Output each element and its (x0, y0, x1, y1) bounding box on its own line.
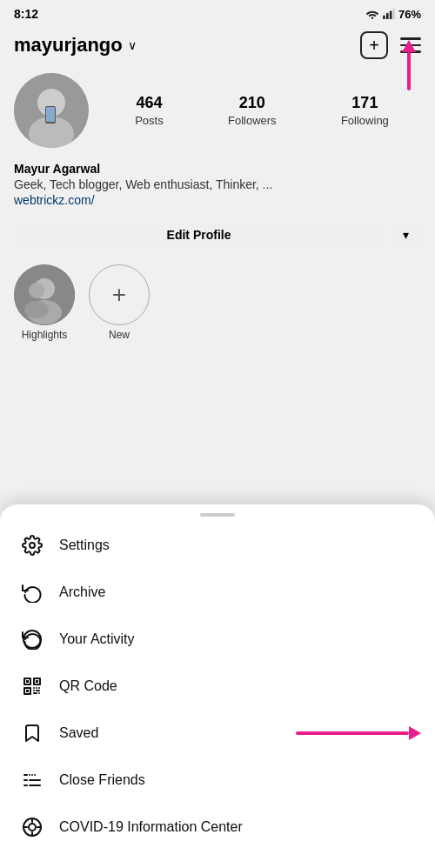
avatar[interactable] (14, 73, 89, 148)
qrcode-icon (21, 675, 44, 698)
highlight-item-1[interactable]: + New (89, 264, 150, 341)
svg-rect-22 (26, 690, 29, 692)
highlights-row: Highlights + New (0, 257, 435, 350)
svg-point-13 (29, 283, 44, 298)
bio-link[interactable]: webtrickz.com/ (14, 193, 421, 207)
saved-label: Saved (59, 725, 98, 741)
add-highlight-icon: + (112, 281, 126, 309)
battery-text: 76% (398, 8, 421, 21)
hamburger-line-1 (400, 37, 421, 40)
profile-dropdown-button[interactable]: ▾ (391, 221, 421, 249)
username-row[interactable]: mayurjango ∨ (14, 34, 137, 57)
settings-icon (21, 534, 44, 557)
stats-container: 464 Posts 210 Followers 171 Following (103, 94, 421, 128)
bio-name: Mayur Agarwal (14, 162, 421, 176)
followers-label: Followers (228, 114, 277, 127)
hamburger-menu-button[interactable] (400, 37, 421, 53)
bio-text: Geek, Tech blogger, Web enthusiast, Thin… (14, 177, 421, 191)
arrow-to-saved (296, 726, 421, 740)
svg-rect-9 (46, 107, 55, 122)
archive-label: Archive (59, 584, 105, 600)
menu-item-activity[interactable]: Your Activity (0, 616, 435, 663)
avatar-image (14, 73, 89, 148)
followers-count: 210 (228, 94, 277, 112)
archive-icon (21, 581, 44, 604)
posts-label: Posts (135, 114, 164, 127)
following-count: 171 (341, 94, 389, 112)
svg-point-35 (34, 774, 36, 776)
menu-item-settings[interactable]: Settings (0, 522, 435, 569)
highlight-label-1: New (109, 329, 130, 341)
settings-label: Settings (59, 537, 110, 553)
bottom-sheet-handle (200, 513, 235, 517)
dropdown-icon: ▾ (403, 228, 409, 242)
covid-icon (21, 816, 44, 838)
following-label: Following (341, 114, 389, 127)
wifi-icon (365, 9, 379, 19)
status-icons: 76% (365, 8, 421, 21)
hamburger-line-2 (400, 44, 421, 47)
posts-stat[interactable]: 464 Posts (135, 94, 164, 128)
svg-point-15 (30, 543, 35, 548)
add-icon: + (369, 36, 379, 56)
svg-point-33 (29, 774, 30, 776)
menu-item-closefriends[interactable]: Close Friends (0, 757, 435, 804)
svg-rect-1 (383, 16, 385, 19)
svg-rect-4 (393, 9, 395, 19)
menu-item-archive[interactable]: Archive (0, 569, 435, 616)
highlight-item-0[interactable]: Highlights (14, 264, 75, 341)
status-bar: 8:12 76% (0, 0, 435, 24)
svg-point-34 (31, 774, 33, 776)
signal-icon (383, 9, 395, 19)
activity-label: Your Activity (59, 631, 135, 647)
svg-point-39 (29, 824, 36, 831)
edit-profile-row: Edit Profile ▾ (0, 216, 435, 257)
svg-rect-3 (390, 11, 392, 19)
highlight-circle-0 (14, 264, 75, 325)
highlight-image-0 (14, 264, 75, 325)
svg-rect-20 (26, 680, 29, 683)
qrcode-label: QR Code (59, 678, 117, 694)
following-stat[interactable]: 171 Following (341, 94, 389, 128)
svg-rect-21 (36, 680, 38, 683)
profile-stats: 464 Posts 210 Followers 171 Following (0, 66, 435, 158)
hamburger-line-3 (400, 50, 421, 53)
menu-item-qrcode[interactable]: QR Code (0, 663, 435, 710)
bottom-sheet: Settings Archive Your Activity (0, 504, 435, 868)
chevron-down-icon[interactable]: ∨ (128, 38, 137, 52)
svg-point-14 (24, 301, 49, 318)
svg-point-0 (371, 17, 373, 19)
edit-profile-button[interactable]: Edit Profile (14, 221, 384, 249)
menu-item-covid[interactable]: COVID-19 Information Center (0, 804, 435, 851)
profile-header: mayurjango ∨ + (0, 24, 435, 66)
covid-label: COVID-19 Information Center (59, 819, 243, 835)
posts-count: 464 (135, 94, 164, 112)
highlight-label-0: Highlights (22, 329, 68, 341)
saved-icon (21, 722, 44, 744)
closefriends-label: Close Friends (59, 772, 145, 788)
closefriends-icon (21, 769, 44, 791)
menu-item-saved[interactable]: Saved (0, 710, 435, 757)
activity-icon (21, 628, 44, 651)
status-time: 8:12 (14, 7, 38, 21)
header-icons: + (360, 31, 421, 59)
profile-bio: Mayur Agarwal Geek, Tech blogger, Web en… (0, 158, 435, 216)
svg-rect-2 (386, 13, 389, 19)
add-post-button[interactable]: + (360, 31, 388, 59)
highlight-add-circle[interactable]: + (89, 264, 150, 325)
username: mayurjango (14, 34, 123, 57)
followers-stat[interactable]: 210 Followers (228, 94, 277, 128)
